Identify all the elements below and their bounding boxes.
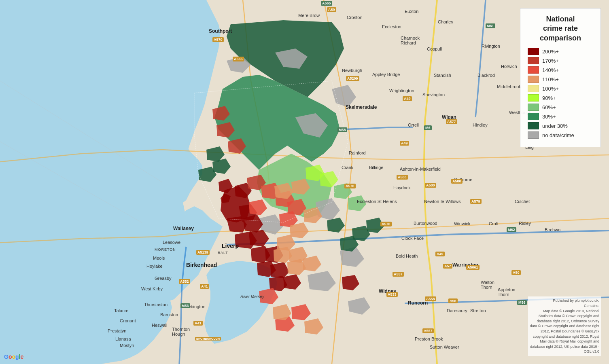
legend-color-swatch (528, 94, 539, 102)
badge-a558: A558 (425, 296, 436, 301)
badge-a49-mid: A49 (400, 141, 409, 146)
badge-a552: A552 (179, 279, 190, 284)
legend-item-label: 30%+ (542, 114, 556, 120)
legend-item: no data/crime (528, 131, 593, 139)
badge-a57: A57 (443, 264, 452, 269)
legend-item-label: under 30% (542, 123, 568, 129)
badge-a580-mid: A580 (425, 183, 436, 188)
legend-color-swatch (528, 122, 539, 129)
attribution-contains: Contains: (530, 303, 599, 309)
legend-item: 170%+ (528, 57, 593, 64)
badge-a49-low: A49 (435, 252, 445, 256)
legend-item: 200%+ (528, 48, 593, 55)
badge-bromborough: BROMBOROUGH (195, 337, 221, 341)
legend-item: 140%+ (528, 66, 593, 74)
legend-item-label: 100%+ (542, 86, 559, 92)
badge-a570-mid: A570 (344, 184, 356, 188)
legend-item-label: 170%+ (542, 58, 559, 64)
legend-item-label: 60%+ (542, 104, 556, 110)
legend-item-label: no data/crime (542, 132, 574, 138)
road-badges-container: A565 A59 M61 A570 A565 A5209 A49 A577 M6… (0, 0, 609, 364)
badge-a5209: A5209 (346, 76, 359, 81)
legend-color-swatch (528, 66, 539, 74)
badge-m58: M58 (337, 127, 347, 132)
badge-a5061: A5061 (466, 265, 480, 270)
badge-a50: A50 (511, 270, 521, 275)
map-container: Mere Brow Southport Croston Euxton Chorl… (0, 0, 609, 364)
legend-item: 110%+ (528, 76, 593, 83)
legend-color-swatch (528, 57, 539, 64)
badge-a533: A533 (386, 292, 398, 297)
google-logo: Google (4, 353, 23, 360)
legend-item: 100%+ (528, 85, 593, 92)
attribution-panel: Published by plumplot.co.uk. Contains: M… (528, 296, 601, 356)
legend-item-label: 90%+ (542, 95, 556, 101)
legend-item: 30%+ (528, 113, 593, 120)
legend-panel: Nationalcrime ratecomparison 200%+ 170%+… (520, 8, 601, 147)
legend-item: 90%+ (528, 94, 593, 102)
badge-a565-mid: A565 (233, 57, 244, 61)
legend-items: 200%+ 170%+ 140%+ 110%+ 100%+ 90%+ 60%+ … (528, 48, 593, 139)
attribution-details: Map data © Google 2019, National Statist… (530, 309, 599, 354)
badge-a577: A577 (446, 119, 457, 124)
legend-item: 60%+ (528, 104, 593, 111)
badge-a5139: A5139 (196, 250, 210, 255)
badge-a565-top: A565 (321, 1, 332, 6)
legend-color-swatch (528, 48, 539, 55)
badge-a570-top: A570 (212, 37, 224, 42)
legend-item: under 30% (528, 122, 593, 129)
badge-a41-top: A41 (200, 284, 209, 289)
legend-item-label: 140%+ (542, 67, 559, 73)
badge-a557-low: A557 (422, 328, 434, 333)
badge-m62: M62 (507, 227, 516, 232)
legend-color-swatch (528, 85, 539, 92)
legend-item-label: 110%+ (542, 76, 559, 83)
badge-m56: M56 (517, 300, 527, 305)
legend-title: Nationalcrime ratecomparison (528, 15, 593, 43)
published-by: Published by plumplot.co.uk. (530, 298, 599, 303)
badge-m53: M53 (180, 303, 190, 308)
badge-a49-top: A49 (403, 96, 412, 101)
badge-m61: M61 (486, 23, 495, 28)
legend-color-swatch (528, 113, 539, 120)
badge-a41-low: A41 (193, 321, 203, 326)
legend-color-swatch (528, 76, 539, 83)
badge-a580-right: A580 (451, 179, 463, 184)
badge-a580-left: A580 (397, 175, 408, 180)
badge-a59: A59 (327, 7, 336, 12)
legend-item-label: 200%+ (542, 49, 559, 55)
badge-a570-low: A570 (380, 222, 392, 226)
badge-a579: A579 (470, 199, 482, 204)
badge-a56: A56 (448, 298, 458, 303)
badge-a557-top: A557 (393, 272, 404, 277)
legend-color-swatch (528, 131, 539, 139)
legend-color-swatch (528, 104, 539, 111)
badge-m6: M6 (424, 125, 432, 130)
